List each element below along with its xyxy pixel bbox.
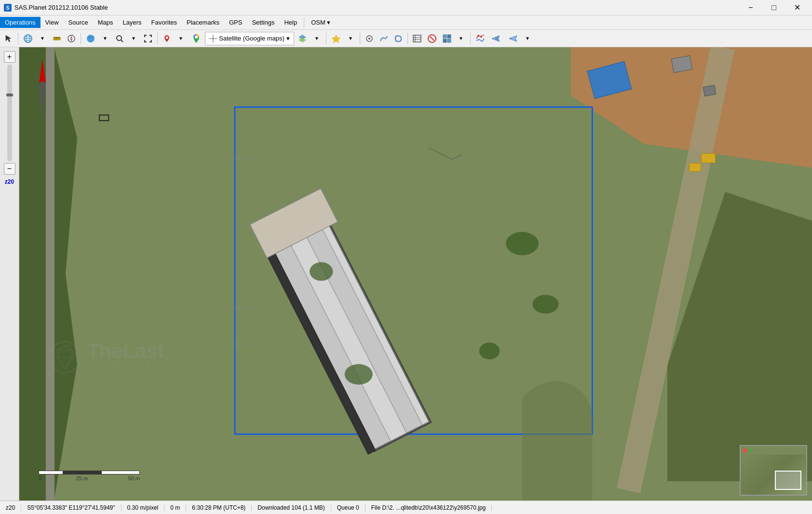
layers-tool-button[interactable] [295, 32, 310, 45]
satellite-dropdown-arrow: ▾ [286, 35, 290, 42]
menu-operations[interactable]: Operations [0, 17, 41, 28]
svg-marker-13 [70, 36, 72, 39]
menu-layers[interactable]: Layers [118, 17, 147, 28]
watermark-year-text: © 2023 Google [87, 369, 164, 375]
scale-label-25: 25 m [63, 475, 101, 481]
svg-rect-37 [443, 35, 447, 38]
stitch-tool-button[interactable] [473, 32, 487, 45]
star-icon [331, 34, 341, 43]
plane-tool-button[interactable] [505, 32, 520, 45]
fullscreen-tool-button[interactable] [141, 32, 155, 45]
fullscreen-icon [144, 34, 152, 43]
globe-tool-button[interactable] [21, 32, 35, 45]
menu-settings[interactable]: Settings [247, 17, 279, 28]
menu-placemarks[interactable]: Placemarks [182, 17, 224, 28]
plane-tool-dropdown-button[interactable]: ▼ [521, 32, 534, 45]
menu-view[interactable]: View [41, 17, 64, 28]
zoom-level-label: z20 [5, 178, 14, 185]
cursor-icon [4, 34, 13, 43]
status-resolution: 0.30 m/pixel [122, 504, 165, 511]
satellite-selector-button[interactable]: Satellite (Google maps) ▾ [205, 32, 294, 45]
toolbar-sep-6 [407, 33, 408, 44]
zoom-in-button[interactable]: + [4, 51, 15, 63]
scale-seg-1 [63, 471, 101, 474]
export-tool-button[interactable] [488, 32, 504, 45]
search-tool-group: ▼ [113, 32, 140, 45]
favorites-tool-dropdown-button[interactable]: ▼ [344, 32, 357, 45]
svg-line-18 [121, 40, 123, 42]
minimize-button[interactable]: − [740, 0, 762, 15]
mini-map-viewport-rect [775, 471, 801, 490]
svg-marker-28 [332, 35, 340, 43]
map-canvas[interactable]: © 2023 Google © 2023 Google © 2023 Googl… [19, 47, 812, 500]
cursor-tool-button[interactable] [2, 32, 15, 45]
scale-labels: 0 25 m 50 m [39, 475, 140, 481]
menu-source[interactable]: Source [64, 17, 93, 28]
cancel-tool-button[interactable] [425, 32, 439, 45]
mini-dot-red [743, 448, 747, 452]
menu-osm[interactable]: OSM ▾ [306, 17, 335, 28]
satellite-label: Satellite (Google maps) [219, 35, 284, 42]
path-tool-button[interactable] [377, 32, 391, 45]
search-tool-button[interactable] [113, 32, 126, 45]
svg-point-57 [310, 262, 333, 281]
scale-line [39, 471, 140, 474]
watermark-sub-text: SURVIVORS [87, 363, 164, 369]
app-title: SAS.Planet 201212.10106 Stable [14, 4, 108, 11]
svg-point-61 [479, 342, 500, 359]
titlebar-left: S SAS.Planet 201212.10106 Stable [4, 4, 108, 12]
mini-map [740, 445, 807, 496]
search-icon [115, 34, 124, 43]
scale-label-0: 0 [39, 475, 63, 481]
googlemaps-tool-button[interactable] [189, 32, 204, 45]
close-button[interactable]: ✕ [786, 0, 808, 15]
menu-gps[interactable]: GPS [224, 17, 247, 28]
mini-dot-green [749, 448, 753, 452]
favorites-tool-button[interactable] [329, 32, 343, 45]
left-sidebar: + − z20 [0, 47, 19, 500]
list-tool-button[interactable] [410, 32, 424, 45]
toolbar-sep-2 [81, 33, 81, 44]
maximize-button[interactable]: □ [763, 0, 785, 15]
area-tool-button[interactable] [392, 32, 405, 45]
download-tool-button[interactable] [440, 32, 454, 45]
search-tool-dropdown-button[interactable]: ▼ [127, 32, 140, 45]
status-queue: Queue 0 [331, 504, 365, 511]
pin-tool-button[interactable] [160, 32, 174, 45]
svg-point-15 [87, 35, 95, 42]
compass-tool-button[interactable] [65, 32, 78, 45]
menu-maps[interactable]: Maps [93, 17, 118, 28]
toolbar: ▼ ▼ [0, 30, 812, 47]
svg-rect-31 [413, 35, 421, 42]
svg-point-20 [195, 36, 198, 39]
svg-text:© 2023 Google: © 2023 Google [228, 304, 262, 310]
earth-tool-button[interactable] [83, 32, 98, 45]
ruler-tool-button[interactable] [50, 32, 64, 45]
status-time: 6:30:28 PM (UTC+8) [186, 504, 252, 511]
globe-tool-group: ▼ [21, 32, 49, 45]
north-arrow-icon [35, 59, 50, 117]
pin-icon [162, 34, 171, 43]
watermark-logo-icon [48, 340, 82, 374]
globe-tool-dropdown-button[interactable]: ▼ [36, 32, 49, 45]
earth-tool-dropdown-button[interactable]: ▼ [98, 32, 112, 45]
zoom-out-button[interactable]: − [4, 163, 15, 175]
layers-tool-dropdown-button[interactable]: ▼ [310, 32, 324, 45]
marker-tool-button[interactable] [363, 32, 376, 45]
pin-tool-dropdown-button[interactable]: ▼ [174, 32, 188, 45]
map-svg-overlay: © 2023 Google © 2023 Google © 2023 Googl… [19, 47, 812, 500]
scale-seg-0 [39, 471, 63, 474]
earth-tool-group: ▼ [83, 32, 112, 45]
menu-separator [304, 18, 304, 27]
watermark-main-text: TheLast [87, 339, 164, 363]
menu-favorites[interactable]: Favorites [147, 17, 182, 28]
svg-point-60 [532, 295, 558, 314]
menu-help[interactable]: Help [279, 17, 302, 28]
status-coords: S5°05'34.3383" E119°27'41.5949" [21, 504, 121, 511]
plane-tool-group: ▼ [505, 32, 534, 45]
watermark: TheLast SURVIVORS © 2023 Google [48, 339, 164, 375]
download-tool-dropdown-button[interactable]: ▼ [454, 32, 468, 45]
zoom-slider-thumb[interactable] [6, 94, 13, 96]
svg-rect-40 [447, 39, 451, 42]
pin-tool-group: ▼ [160, 32, 188, 45]
